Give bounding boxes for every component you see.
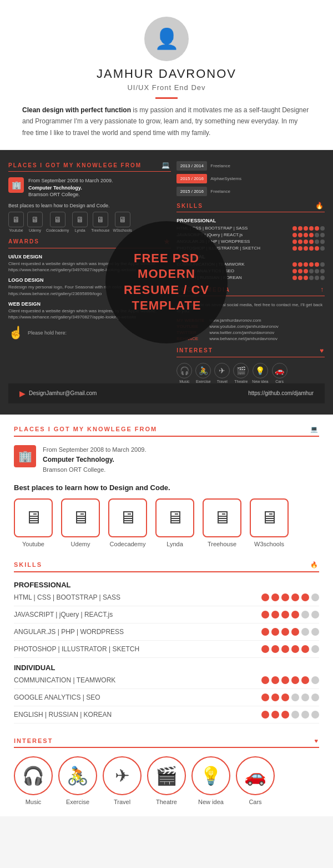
dot-filled — [298, 276, 302, 280]
place-row-large: 🏢 From September 2008 to March 2009. Com… — [14, 445, 319, 475]
dot-empty — [320, 269, 325, 273]
professional-label-large: PROFESSIONAL — [14, 581, 319, 589]
dot-filled — [315, 262, 319, 267]
treehouse-icon-large: 🖥 — [203, 498, 241, 537]
list-item: 🚗 Cars — [236, 756, 275, 805]
dot-big-filled — [261, 645, 269, 653]
list-item: 🎧 Music — [176, 363, 192, 383]
dot-filled — [292, 262, 297, 267]
lynda-label-large: Lynda — [167, 541, 183, 547]
dot-filled — [304, 233, 308, 237]
skill-dots — [292, 240, 325, 244]
interest-large-section: INTEREST ♥ 🎧 Music 🚴 Exercise ✈ Travel 🎬… — [14, 737, 319, 805]
timeline: 2013 / 2014 Freelance 2015 / 2016 Alphae… — [176, 161, 325, 196]
dot-big-filled — [281, 593, 289, 601]
github-link[interactable]: https://github.com/djamhur — [248, 390, 314, 396]
resume-header: 👤 JAMHUR DAVRONOV UI/UX Front End Dev Cl… — [0, 0, 333, 150]
skill-dots-large — [261, 611, 319, 618]
skill-dots — [292, 226, 325, 231]
dot-empty — [320, 240, 325, 244]
dot-filled — [298, 240, 302, 244]
interest-label-large: New idea — [198, 799, 224, 805]
dot-filled — [309, 246, 314, 251]
dot-filled — [292, 233, 297, 237]
skill-dots — [292, 233, 325, 237]
heart-icon: ♥ — [320, 347, 325, 355]
dot-big-empty — [291, 694, 299, 701]
send-icon: ▶ — [19, 389, 26, 398]
dot-empty — [315, 233, 319, 237]
skill-row-large: ENGLISH | RUSSIAN | KOREAN — [14, 711, 319, 724]
dot-big-empty — [311, 676, 319, 684]
dot-filled — [298, 269, 302, 273]
skill-dots-large — [261, 593, 319, 601]
job-title: UI/UX Front End Dev — [22, 83, 311, 92]
dot-big-empty — [301, 711, 309, 719]
footer-bar: ▶ DesignJamhur@Gmail.com https://github.… — [8, 383, 325, 403]
list-item: 🚴 Exercise — [58, 756, 97, 805]
dot-filled — [298, 233, 302, 237]
list-item: 🖥 Lynda — [72, 212, 88, 232]
email-link[interactable]: ▶ DesignJamhur@Gmail.com — [19, 389, 97, 398]
timeline-label: AlphaeSystems — [210, 176, 241, 181]
travel-icon-large: ✈ — [103, 756, 142, 795]
dot-big-filled — [271, 711, 279, 719]
list-item: ✈ Travel — [103, 756, 142, 805]
heart-icon-large: ♥ — [314, 737, 319, 744]
interest-icons-large: 🎧 Music 🚴 Exercise ✈ Travel 🎬 Theatre 💡 … — [14, 756, 319, 805]
dot-big-empty — [301, 628, 309, 636]
dot-big-filled — [271, 611, 279, 618]
dot-filled — [309, 233, 314, 237]
interest-label: Travel — [217, 380, 228, 383]
flame-icon: 🔥 — [315, 202, 325, 209]
dot-filled — [304, 246, 308, 251]
list-item: 🖥 Lynda — [155, 498, 194, 547]
skill-row-large: PHOTOSHOP | ILLUSTRATOR | SKETCH — [14, 645, 319, 658]
dot-filled — [292, 276, 297, 280]
lynda-icon-large: 🖥 — [155, 498, 194, 537]
dot-big-filled — [271, 628, 279, 636]
youtube-icon: 🖥 — [8, 212, 24, 227]
computer-icon-large: 💻 — [310, 426, 319, 433]
interest-heading-large: INTEREST ♥ — [14, 737, 319, 748]
avatar: 👤 — [144, 17, 189, 61]
dot-big-filled — [281, 694, 289, 701]
list-item: 🖥 W3schools — [250, 498, 289, 547]
red-divider — [155, 97, 178, 99]
building-icon: 🏢 — [8, 177, 24, 193]
cars-icon-large: 🚗 — [236, 756, 275, 795]
music-icon-large: 🎧 — [14, 756, 53, 795]
skill-name-large: JAVASCRIPT | jQuery | REACT.js — [14, 611, 113, 618]
treehouse-label: Treehouse — [91, 228, 109, 232]
youtube-label: Youtube — [9, 228, 23, 232]
dot-big-filled — [261, 711, 269, 719]
interest-icons-small: 🎧 Music 🚴 Exercise ✈ Travel 🎬 Theatre 💡 — [176, 363, 325, 383]
watermark-text: FREE PSD MODERN RESUME / CV TEMPLATE — [124, 251, 209, 314]
skill-dots-large — [261, 676, 319, 684]
dot-empty — [320, 246, 325, 251]
list-item: 🖥 Youtube — [8, 212, 24, 232]
bio-text: Clean design with perfect function is my… — [22, 104, 311, 138]
social-value: www.twitter.com/jamhurdavronov — [209, 330, 274, 335]
dot-big-filled — [301, 593, 309, 601]
dot-big-filled — [281, 628, 289, 636]
list-item: 🖥 Youtube — [14, 498, 53, 547]
places-heading-large: PLACES I GOT MY KNOWLEGE FROM 💻 — [14, 426, 319, 437]
flame-icon-large: 🔥 — [310, 561, 319, 568]
dot-big-filled — [281, 676, 289, 684]
list-item: 💡 New idea — [252, 363, 268, 383]
dot-big-empty — [311, 694, 319, 701]
dark-resume-section: FREE PSD MODERN RESUME / CV TEMPLATE PLA… — [0, 150, 333, 414]
skill-name-large: HTML | CSS | BOOTSTRAP | SASS — [14, 593, 120, 601]
udemy-icon-large: 🖥 — [61, 498, 100, 537]
dot-big-filled — [291, 676, 299, 684]
dot-big-empty — [311, 628, 319, 636]
dot-big-filled — [261, 628, 269, 636]
list-item: ✈ Travel — [214, 363, 230, 383]
dot-big-empty — [301, 694, 309, 701]
dot-big-filled — [281, 711, 289, 719]
newidea-icon: 💡 — [253, 363, 268, 378]
exercise-icon-large: 🚴 — [58, 756, 97, 795]
dot-big-filled — [281, 645, 289, 653]
social-value: www.jamhurdavronov.com — [209, 318, 261, 323]
